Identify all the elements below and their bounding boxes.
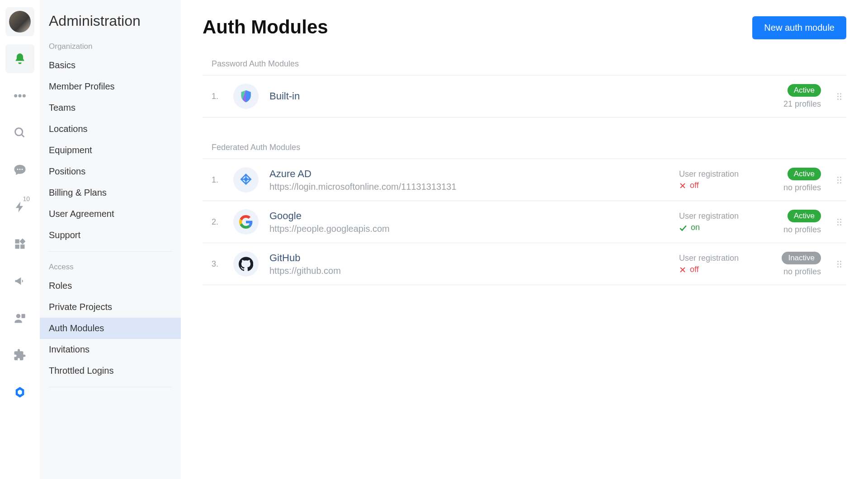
nav-throttled-logins[interactable]: Throttled Logins — [40, 360, 181, 381]
module-row-github[interactable]: 3. GitHub https://github.com User regist… — [203, 243, 846, 285]
lightning-icon — [14, 201, 26, 213]
module-url: https://people.googleapis.com — [269, 224, 668, 234]
registration-label: User registration — [679, 169, 756, 179]
sidebar-title: Administration — [40, 0, 181, 37]
nav-private-projects[interactable]: Private Projects — [40, 296, 181, 318]
svg-point-3 — [15, 128, 23, 136]
dots-icon — [14, 93, 26, 99]
shield-icon — [239, 89, 253, 103]
module-row-builtin[interactable]: 1. Built-in Active 21 profiles — [203, 75, 846, 117]
module-name-link[interactable]: GitHub — [269, 252, 668, 264]
password-modules-section: Password Auth Modules 1. Built-in Active… — [203, 56, 846, 117]
puzzle-icon — [13, 348, 27, 362]
builtin-icon — [233, 84, 259, 109]
row-number: 1. — [212, 92, 222, 101]
nav-support[interactable]: Support — [40, 225, 181, 246]
rail-notifications[interactable] — [5, 44, 34, 73]
svg-rect-11 — [20, 244, 24, 249]
icon-rail: 10 — [0, 0, 40, 479]
check-icon — [679, 224, 687, 232]
nav-basics[interactable]: Basics — [40, 55, 181, 76]
module-meta: GitHub https://github.com — [269, 252, 668, 276]
drag-handle[interactable] — [832, 219, 846, 225]
module-row-google[interactable]: 2. Google https://people.googleapis.com … — [203, 201, 846, 243]
registration-label: User registration — [679, 254, 756, 263]
search-icon — [14, 127, 26, 139]
svg-rect-10 — [15, 244, 19, 249]
registration-column: User registration off — [679, 169, 756, 190]
svg-point-12 — [16, 314, 20, 318]
nav-positions[interactable]: Positions — [40, 161, 181, 182]
module-url: https://github.com — [269, 266, 668, 276]
rail-search[interactable] — [5, 118, 34, 147]
module-name-link[interactable]: Built-in — [269, 90, 756, 102]
status-column: Active no profiles — [767, 210, 821, 235]
nav-user-agreement[interactable]: User Agreement — [40, 203, 181, 225]
registration-state: off — [679, 265, 756, 274]
new-auth-module-button[interactable]: New auth module — [752, 16, 846, 39]
row-number: 3. — [212, 259, 222, 269]
nav-member-profiles[interactable]: Member Profiles — [40, 76, 181, 97]
rail-activity[interactable]: 10 — [5, 193, 34, 221]
google-logo-icon — [239, 215, 253, 229]
svg-point-6 — [19, 169, 21, 170]
nav-equipment[interactable]: Equipment — [40, 140, 181, 161]
page-title: Auth Modules — [203, 16, 328, 38]
module-name-link[interactable]: Google — [269, 210, 668, 222]
rail-admin[interactable] — [5, 378, 34, 407]
profiles-count: no profiles — [783, 183, 821, 193]
google-icon — [233, 209, 259, 235]
module-meta: Google https://people.googleapis.com — [269, 210, 668, 234]
status-column: Active 21 profiles — [767, 84, 821, 109]
status-badge: Active — [788, 210, 821, 222]
azure-ad-icon — [239, 173, 253, 187]
module-meta: Built-in — [269, 90, 756, 102]
module-name-link[interactable]: Azure AD — [269, 168, 668, 180]
federated-modules-section: Federated Auth Modules 1. Azure AD https… — [203, 139, 846, 285]
rail-avatar[interactable] — [5, 7, 34, 36]
profiles-count: no profiles — [783, 267, 821, 277]
megaphone-icon — [14, 275, 26, 287]
registration-label: User registration — [679, 211, 756, 221]
registration-state: on — [679, 223, 756, 232]
nav-auth-modules[interactable]: Auth Modules — [40, 318, 181, 339]
svg-point-2 — [23, 94, 26, 98]
rail-announce[interactable] — [5, 267, 34, 296]
azure-icon — [233, 167, 259, 193]
svg-rect-9 — [19, 239, 25, 244]
svg-point-0 — [14, 94, 17, 98]
status-column: Inactive no profiles — [767, 252, 821, 277]
apps-icon — [14, 238, 26, 250]
nav-invitations[interactable]: Invitations — [40, 339, 181, 360]
page-header: Auth Modules New auth module — [203, 16, 846, 39]
status-badge: Active — [788, 84, 821, 97]
rail-apps[interactable] — [5, 230, 34, 258]
rail-team[interactable] — [5, 304, 34, 333]
activity-badge: 10 — [23, 195, 30, 202]
rail-extensions[interactable] — [5, 341, 34, 370]
drag-handle[interactable] — [832, 93, 846, 100]
nav-roles[interactable]: Roles — [40, 275, 181, 296]
nav-teams[interactable]: Teams — [40, 97, 181, 118]
drag-handle[interactable] — [832, 261, 846, 268]
drag-handle[interactable] — [832, 177, 846, 183]
status-badge: Active — [788, 168, 821, 180]
rail-more[interactable] — [5, 81, 34, 110]
registration-column: User registration off — [679, 254, 756, 274]
module-url: https://login.microsoftonline.com/111313… — [269, 182, 668, 192]
avatar-icon — [9, 11, 31, 33]
password-section-heading: Password Auth Modules — [203, 56, 846, 75]
federated-section-heading: Federated Auth Modules — [203, 139, 846, 159]
chat-icon — [13, 163, 27, 177]
main-content: Auth Modules New auth module Password Au… — [181, 0, 868, 479]
nav-locations[interactable]: Locations — [40, 118, 181, 140]
profiles-count: 21 profiles — [783, 99, 821, 109]
nav-divider-2 — [49, 387, 172, 387]
module-row-azure[interactable]: 1. Azure AD https://login.microsoftonlin… — [203, 159, 846, 201]
nav-billing[interactable]: Billing & Plans — [40, 182, 181, 203]
profiles-count: no profiles — [783, 225, 821, 235]
svg-line-4 — [22, 135, 24, 137]
rail-chat[interactable] — [5, 155, 34, 184]
registration-value: on — [691, 223, 700, 232]
sidebar: Administration Organization Basics Membe… — [40, 0, 181, 479]
